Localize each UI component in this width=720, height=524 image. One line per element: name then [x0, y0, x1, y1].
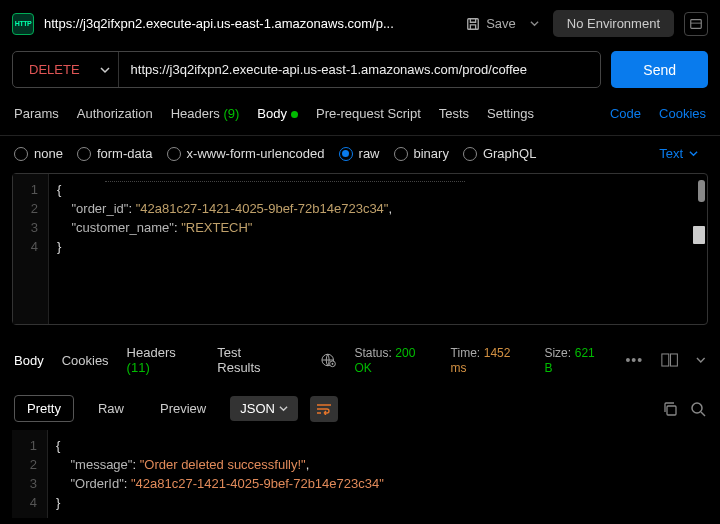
response-body-viewer[interactable]: 1234 { "message": "Order deleted success…	[12, 430, 708, 518]
globe-icon	[321, 352, 336, 368]
request-body-editor[interactable]: 1234 { "order_id": "42a81c27-1421-4025-9…	[12, 173, 708, 325]
line-gutter: 1234	[13, 174, 49, 324]
radio-icon	[463, 147, 477, 161]
save-dropdown[interactable]	[526, 16, 543, 31]
resp-tab-headers[interactable]: Headers (11)	[127, 341, 200, 379]
more-actions[interactable]: •••	[625, 352, 643, 368]
body-type-graphql[interactable]: GraphQL	[463, 146, 536, 161]
tab-authorization[interactable]: Authorization	[77, 102, 153, 125]
http-badge-icon: HTTP	[12, 13, 34, 35]
view-pretty[interactable]: Pretty	[14, 395, 74, 422]
tab-prerequest[interactable]: Pre-request Script	[316, 102, 421, 125]
code-link[interactable]: Code	[610, 106, 641, 121]
line-gutter: 1234	[12, 430, 48, 518]
tab-headers[interactable]: Headers (9)	[171, 102, 240, 125]
cookies-link[interactable]: Cookies	[659, 106, 706, 121]
active-dot-icon	[291, 111, 298, 118]
wrap-lines-button[interactable]	[310, 396, 338, 422]
environment-selector[interactable]: No Environment	[553, 10, 674, 37]
send-button[interactable]: Send	[611, 51, 708, 88]
chevron-down-icon	[100, 65, 110, 75]
eye-icon	[689, 17, 703, 31]
radio-icon	[14, 147, 28, 161]
url-input[interactable]: https://j3q2ifxpn2.execute-api.us-east-1…	[119, 52, 601, 87]
response-format-dropdown[interactable]: JSON	[230, 396, 298, 421]
save-response-icon[interactable]	[661, 352, 678, 368]
save-button[interactable]: Save	[466, 16, 516, 31]
scrollbar-thumb[interactable]	[698, 180, 705, 202]
status-label: Status:	[354, 346, 391, 360]
save-icon	[466, 17, 480, 31]
body-type-binary[interactable]: binary	[394, 146, 449, 161]
svg-point-8	[692, 403, 702, 413]
svg-rect-1	[691, 19, 702, 28]
scrollbar-thumb[interactable]	[693, 226, 705, 244]
resp-tab-tests[interactable]: Test Results	[217, 341, 285, 379]
radio-icon	[77, 147, 91, 161]
body-type-raw[interactable]: raw	[339, 146, 380, 161]
radio-icon	[167, 147, 181, 161]
view-preview[interactable]: Preview	[148, 396, 218, 421]
tab-title[interactable]: https://j3q2ifxpn2.execute-api.us-east-1…	[44, 16, 456, 31]
svg-rect-0	[468, 18, 479, 29]
body-type-none[interactable]: none	[14, 146, 63, 161]
size-label: Size:	[544, 346, 571, 360]
chevron-down-icon[interactable]	[696, 355, 706, 365]
method-label: DELETE	[29, 62, 80, 77]
resp-tab-cookies[interactable]: Cookies	[62, 349, 109, 372]
svg-rect-5	[662, 354, 669, 366]
svg-rect-6	[671, 354, 678, 366]
view-raw[interactable]: Raw	[86, 396, 136, 421]
tab-body[interactable]: Body	[257, 102, 298, 125]
chevron-down-icon	[689, 149, 698, 158]
env-quicklook-button[interactable]	[684, 12, 708, 36]
time-label: Time:	[451, 346, 481, 360]
chevron-down-icon	[530, 19, 539, 28]
chevron-down-icon	[279, 404, 288, 413]
raw-format-dropdown[interactable]: Text	[659, 146, 698, 161]
svg-rect-7	[667, 406, 676, 415]
body-type-xwww[interactable]: x-www-form-urlencoded	[167, 146, 325, 161]
tab-settings[interactable]: Settings	[487, 102, 534, 125]
copy-icon[interactable]	[662, 401, 678, 417]
tab-params[interactable]: Params	[14, 102, 59, 125]
method-selector[interactable]: DELETE	[13, 52, 119, 87]
radio-icon	[394, 147, 408, 161]
resp-tab-body[interactable]: Body	[14, 349, 44, 372]
search-icon[interactable]	[690, 401, 706, 417]
tab-tests[interactable]: Tests	[439, 102, 469, 125]
save-label: Save	[486, 16, 516, 31]
fold-guide	[105, 181, 465, 182]
body-type-formdata[interactable]: form-data	[77, 146, 153, 161]
wrap-icon	[316, 403, 332, 415]
radio-checked-icon	[339, 147, 353, 161]
